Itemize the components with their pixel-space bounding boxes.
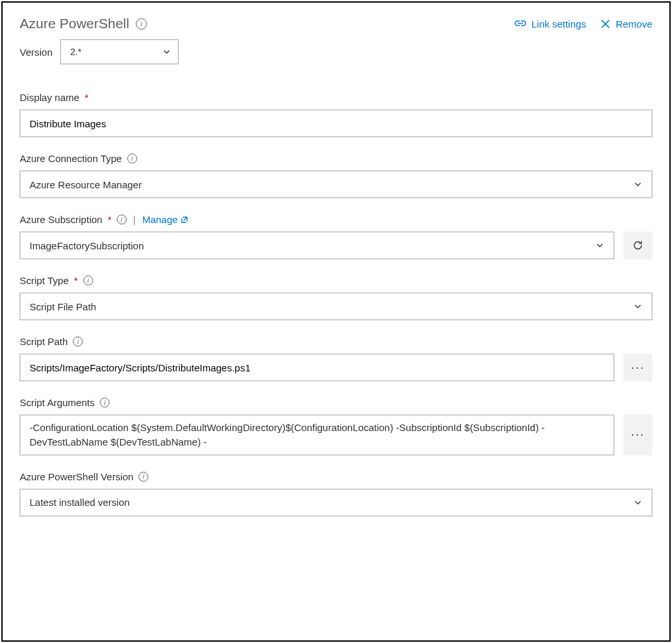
script-args-input-row: -ConfigurationLocation $(System.DefaultW… (20, 415, 652, 455)
version-row: Version 2.* (20, 39, 652, 64)
version-label: Version (20, 47, 52, 58)
field-display-name: Display name * (20, 92, 652, 137)
info-icon[interactable]: i (127, 154, 137, 163)
panel-header: Azure PowerShell i Link settings Remove (20, 16, 652, 31)
connection-type-value: Azure Resource Manager (30, 179, 142, 190)
display-name-label: Display name (20, 92, 79, 103)
separator: | (133, 214, 136, 225)
close-icon (600, 19, 610, 29)
chevron-down-icon (162, 47, 171, 56)
link-settings-button[interactable]: Link settings (514, 18, 586, 30)
chevron-down-icon (633, 180, 642, 189)
remove-label: Remove (616, 18, 652, 30)
script-type-select[interactable]: Script File Path (20, 293, 652, 320)
field-connection-type: Azure Connection Type i Azure Resource M… (20, 153, 652, 198)
connection-type-select[interactable]: Azure Resource Manager (20, 171, 652, 198)
script-path-input-row: ··· (20, 354, 652, 381)
subscription-value: ImageFactorySubscription (30, 240, 144, 251)
manage-link[interactable]: Manage (142, 214, 188, 225)
required-mark: * (74, 275, 78, 286)
ellipsis-icon: ··· (631, 428, 644, 442)
field-label-row: Azure Subscription * i | Manage (20, 214, 652, 225)
chevron-down-icon (633, 498, 642, 507)
subscription-select[interactable]: ImageFactorySubscription (20, 232, 614, 259)
refresh-icon (632, 239, 644, 251)
field-script-type: Script Type * i Script File Path (20, 275, 652, 320)
script-path-label: Script Path (20, 336, 68, 347)
field-script-args: Script Arguments i -ConfigurationLocatio… (20, 397, 652, 455)
refresh-button[interactable] (623, 232, 652, 259)
script-args-label: Script Arguments (20, 397, 94, 408)
subscription-label: Azure Subscription (20, 214, 102, 225)
field-ps-version: Azure PowerShell Version i Latest instal… (20, 471, 652, 516)
task-config-panel: Azure PowerShell i Link settings Remove … (1, 1, 671, 642)
header-actions: Link settings Remove (514, 18, 652, 30)
chevron-down-icon (595, 241, 604, 250)
title-group: Azure PowerShell i (20, 16, 147, 31)
panel-title: Azure PowerShell (20, 16, 129, 31)
field-subscription: Azure Subscription * i | Manage ImageFac… (20, 214, 652, 259)
info-icon[interactable]: i (73, 337, 83, 346)
chevron-down-icon (633, 302, 642, 311)
field-label-row: Azure PowerShell Version i (20, 471, 652, 482)
ellipsis-icon: ··· (631, 361, 644, 375)
version-select[interactable]: 2.* (60, 39, 178, 64)
link-icon (514, 18, 526, 30)
field-label-row: Azure Connection Type i (20, 153, 652, 164)
info-icon[interactable]: i (83, 276, 93, 285)
script-args-input[interactable]: -ConfigurationLocation $(System.DefaultW… (20, 415, 614, 455)
remove-button[interactable]: Remove (600, 18, 652, 30)
info-icon[interactable]: i (117, 215, 127, 224)
link-settings-label: Link settings (532, 18, 586, 30)
ps-version-label: Azure PowerShell Version (20, 471, 133, 482)
external-link-icon (180, 216, 188, 224)
required-mark: * (108, 214, 112, 225)
info-icon[interactable]: i (136, 18, 147, 30)
version-value: 2.* (70, 47, 81, 57)
info-icon[interactable]: i (138, 472, 148, 482)
ps-version-select[interactable]: Latest installed version (20, 489, 652, 516)
connection-type-label: Azure Connection Type (20, 153, 122, 164)
script-type-value: Script File Path (30, 301, 96, 312)
browse-button[interactable]: ··· (623, 354, 652, 381)
manage-label: Manage (142, 214, 178, 225)
field-label-row: Display name * (20, 92, 652, 103)
field-label-row: Script Type * i (20, 275, 652, 286)
field-label-row: Script Path i (20, 336, 652, 347)
script-type-label: Script Type (20, 275, 69, 286)
script-path-input[interactable] (20, 354, 614, 381)
browse-button[interactable]: ··· (623, 415, 652, 455)
field-label-row: Script Arguments i (20, 397, 652, 408)
info-icon[interactable]: i (100, 398, 110, 407)
ps-version-value: Latest installed version (30, 497, 130, 508)
field-script-path: Script Path i ··· (20, 336, 652, 381)
required-mark: * (85, 92, 89, 103)
subscription-input-row: ImageFactorySubscription (20, 232, 652, 259)
display-name-input[interactable] (20, 110, 652, 137)
